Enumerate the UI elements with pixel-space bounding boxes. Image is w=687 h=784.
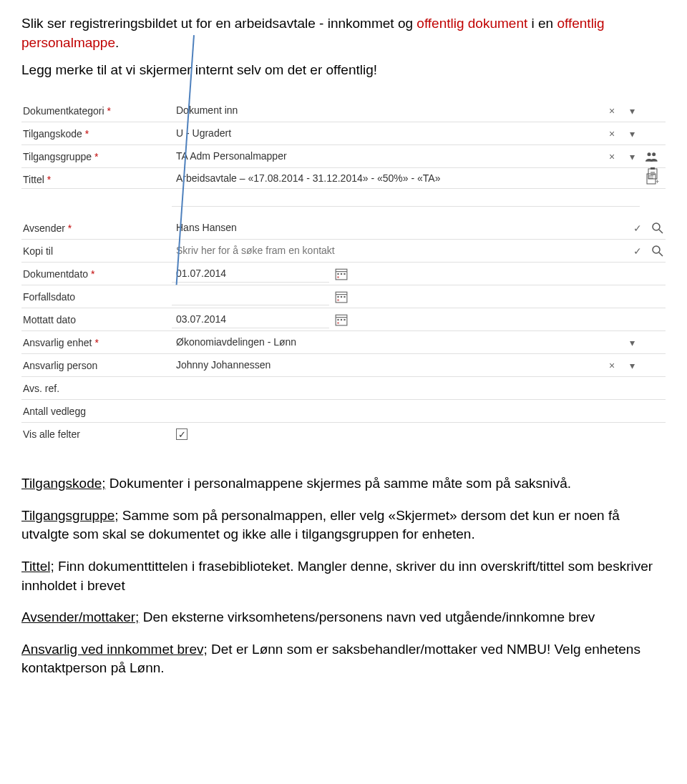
input-tittel[interactable]: [172, 170, 640, 187]
input-tittel-2[interactable]: [172, 189, 640, 207]
svg-rect-24: [344, 296, 345, 298]
row-tilgangsgruppe: Tilgangsgruppe * × ▾: [21, 145, 666, 168]
calendar-icon[interactable]: [333, 312, 349, 328]
chevron-down-icon[interactable]: ▾: [624, 103, 640, 119]
people-icon[interactable]: [640, 152, 666, 162]
checkbox-vis-alle[interactable]: ✓: [176, 428, 187, 440]
row-vis-alle-felter: Vis alle felter ✓: [21, 423, 666, 446]
row-avs-ref: Avs. ref.: [21, 377, 666, 400]
calendar-icon[interactable]: [333, 289, 349, 305]
row-forfallsdato: Forfallsdato: [21, 285, 666, 308]
label-kopi-til: Kopi til: [21, 242, 172, 260]
label-vis-alle: Vis alle felter: [21, 426, 172, 443]
desc-tilgangskode: Tilgangskode; Dokumenter i personalmappe…: [21, 474, 666, 494]
intro-paragraph-2: Legg merke til at vi skjermer internt se…: [21, 62, 666, 78]
intro-text-2: i en: [527, 16, 557, 31]
svg-rect-7: [651, 167, 655, 170]
input-antall-vedlegg[interactable]: [172, 402, 640, 420]
svg-line-11: [659, 230, 663, 233]
row-kopi-til: Kopi til ✓: [21, 240, 666, 263]
registration-form: Dokumentkategori * × ▾ Tilgangskode * × …: [21, 92, 666, 446]
row-dokumentkategori: Dokumentkategori * × ▾: [21, 99, 666, 122]
search-icon[interactable]: [650, 243, 666, 259]
svg-rect-22: [337, 296, 338, 298]
svg-rect-17: [341, 273, 342, 275]
input-ansvarlig-enhet[interactable]: [172, 333, 620, 351]
svg-rect-6: [648, 169, 657, 179]
row-ansvarlig-person: Ansvarlig person × ▾: [21, 354, 666, 377]
desc-ansvarlig: Ansvarlig ved innkommet brev; Det er Løn…: [21, 640, 666, 678]
label-mottatt-dato: Mottatt dato: [21, 311, 172, 328]
label-avs-ref: Avs. ref.: [21, 380, 172, 397]
clear-icon[interactable]: ×: [604, 103, 620, 119]
row-tilgangskode: Tilgangskode * × ▾: [21, 122, 666, 145]
chevron-down-icon[interactable]: ▾: [624, 126, 640, 142]
chevron-down-icon[interactable]: ▾: [624, 358, 640, 373]
svg-rect-29: [341, 319, 342, 320]
chevron-down-icon[interactable]: ▾: [624, 335, 640, 351]
row-avsender: Avsender * ✓: [21, 217, 666, 240]
desc-avsender-mottaker: Avsender/mottaker; Den eksterne virksomh…: [21, 608, 666, 627]
svg-rect-25: [337, 299, 338, 300]
label-tilgangskode: Tilgangskode *: [21, 125, 172, 142]
descriptions: Tilgangskode; Dokumenter i personalmappe…: [21, 474, 666, 678]
row-tittel: Tittel * +: [21, 168, 666, 207]
label-tittel: Tittel *: [21, 168, 172, 188]
row-mottatt-dato: Mottatt dato: [21, 308, 666, 331]
desc-tilgangsgruppe: Tilgangsgruppe; Samme som på personalmap…: [21, 506, 666, 544]
intro-text-1: Slik ser registreringsbildet ut for en a…: [21, 16, 416, 31]
svg-rect-23: [341, 296, 342, 298]
svg-rect-18: [344, 273, 345, 275]
clipboard-icon[interactable]: [640, 167, 666, 180]
input-ansvarlig-person[interactable]: [172, 356, 600, 374]
input-dokumentdato[interactable]: [172, 265, 329, 283]
calendar-icon[interactable]: [333, 266, 349, 282]
intro-red-1: offentlig dokument: [416, 16, 527, 31]
svg-point-0: [648, 152, 651, 156]
input-dokumentkategori[interactable]: [172, 102, 600, 119]
input-avs-ref[interactable]: [172, 379, 640, 397]
clear-icon[interactable]: ×: [604, 149, 620, 165]
intro-period: .: [115, 35, 119, 50]
svg-point-10: [653, 223, 660, 230]
row-ansvarlig-enhet: Ansvarlig enhet * ▾: [21, 331, 666, 354]
label-dokumentkategori: Dokumentkategori *: [21, 102, 172, 119]
row-antall-vedlegg: Antall vedlegg: [21, 400, 666, 423]
label-dokumentdato: Dokumentdato *: [21, 265, 172, 283]
svg-rect-19: [337, 276, 338, 278]
svg-point-1: [652, 152, 656, 156]
row-dokumentdato: Dokumentdato *: [21, 263, 666, 285]
svg-rect-30: [344, 319, 345, 320]
chevron-down-icon[interactable]: ▾: [624, 149, 640, 165]
search-icon[interactable]: [650, 220, 666, 236]
label-ansvarlig-enhet: Ansvarlig enhet *: [21, 334, 172, 351]
input-forfallsdato[interactable]: [172, 288, 329, 305]
svg-line-13: [659, 253, 663, 256]
check-icon[interactable]: ✓: [630, 220, 645, 236]
check-icon[interactable]: ✓: [630, 243, 645, 259]
clear-icon[interactable]: ×: [604, 358, 620, 373]
input-tilgangskode[interactable]: [172, 124, 600, 142]
label-tilgangsgruppe: Tilgangsgruppe *: [21, 148, 172, 165]
clear-icon[interactable]: ×: [604, 126, 620, 142]
label-ansvarlig-person: Ansvarlig person: [21, 357, 172, 374]
intro-paragraph: Slik ser registreringsbildet ut for en a…: [21, 14, 666, 52]
label-antall-vedlegg: Antall vedlegg: [21, 403, 172, 420]
label-forfallsdato: Forfallsdato: [21, 288, 172, 305]
input-kopi-til[interactable]: [172, 242, 625, 260]
input-tilgangsgruppe[interactable]: [172, 147, 600, 165]
desc-tittel: Tittel; Finn dokumenttittelen i frasebib…: [21, 557, 666, 595]
svg-rect-16: [337, 273, 338, 275]
svg-rect-28: [337, 319, 338, 320]
label-avsender: Avsender *: [21, 220, 172, 237]
input-mottatt-dato[interactable]: [172, 310, 329, 328]
svg-point-12: [653, 246, 660, 253]
svg-rect-31: [337, 322, 338, 323]
input-avsender[interactable]: [172, 219, 625, 237]
